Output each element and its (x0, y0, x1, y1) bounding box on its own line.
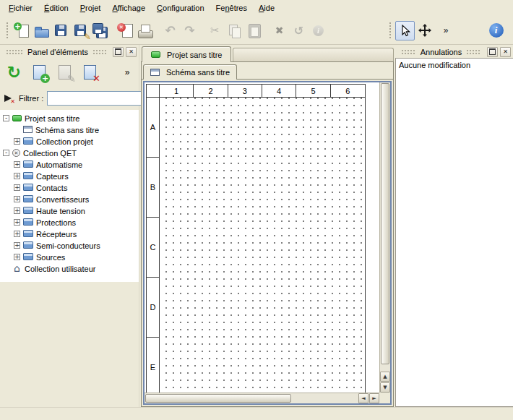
expand-icon[interactable]: + (14, 231, 20, 237)
tree-item-label: Protections (36, 218, 76, 227)
tree-item-label: Automatisme (36, 160, 82, 169)
new-element-button[interactable] (28, 61, 51, 84)
collapse-icon[interactable]: - (3, 115, 9, 121)
tree-item[interactable]: Collection utilisateur (0, 262, 139, 274)
panel-overflow-button[interactable]: » (121, 63, 133, 82)
menu-fichier[interactable]: Fichier (3, 0, 38, 17)
project-icon (151, 51, 160, 58)
scroll-left-button[interactable] (358, 393, 368, 403)
expand-icon[interactable]: + (14, 254, 20, 260)
menu-projet[interactable]: Projet (74, 0, 107, 17)
expand-icon[interactable]: + (14, 207, 20, 214)
tab-project[interactable]: Projet sans titre (142, 46, 231, 62)
tab-schema[interactable]: Schéma sans titre (143, 64, 237, 80)
tree-item[interactable]: +Contacts (0, 181, 139, 193)
vertical-scroll-thumb[interactable] (381, 83, 389, 364)
tree-item-label: Semi-conducteurs (36, 241, 100, 250)
column-header: 3 (228, 85, 262, 98)
open-document-button[interactable] (32, 21, 51, 40)
schema-canvas[interactable] (160, 98, 365, 398)
tree-item[interactable]: +Convertisseurs (0, 193, 139, 205)
drawer-icon (23, 137, 33, 145)
tools-toolbar-grip[interactable] (389, 22, 392, 39)
horizontal-scrollbar[interactable] (145, 393, 379, 403)
drawer-icon (23, 230, 33, 237)
schema-icon (23, 126, 33, 133)
toolbar-overflow-button[interactable]: » (440, 21, 452, 40)
scroll-down-button[interactable] (380, 382, 390, 393)
expand-icon[interactable]: + (14, 196, 20, 202)
expand-icon[interactable]: + (14, 161, 20, 168)
delete-element-button[interactable] (79, 61, 101, 84)
menu-fenetres[interactable]: Fenêtres (210, 0, 253, 17)
float-panel-button[interactable] (113, 47, 124, 57)
menu-aide[interactable]: Aide (253, 0, 280, 17)
dock-grip (466, 49, 481, 55)
undo-list-item[interactable]: Aucune modification (396, 59, 513, 72)
tree-item[interactable]: +Capteurs (0, 170, 139, 181)
tree-item[interactable]: +Haute tension (0, 205, 139, 216)
close-panel-button[interactable] (126, 47, 137, 57)
float-undo-panel-button[interactable] (487, 47, 498, 57)
tree-item[interactable]: +Protections (0, 216, 139, 228)
tree-item[interactable]: +Semi-conducteurs (0, 239, 139, 251)
drawer-icon (23, 184, 33, 191)
clear-filter-icon[interactable] (4, 93, 15, 103)
tree-item-label: Projet sans titre (25, 113, 79, 123)
select-pointer-button[interactable] (395, 21, 415, 40)
expand-icon[interactable]: + (14, 138, 20, 145)
menu-configuration[interactable]: Configuration (151, 0, 210, 17)
schema-view[interactable]: 123456ABCDE (145, 82, 390, 403)
tree-item[interactable]: -Collection QET (0, 147, 139, 158)
tree-item[interactable]: +Automatisme (0, 158, 139, 170)
row-header: B (147, 158, 160, 218)
dock-area: Panel d'éléments » Filtrer : -Projet san… (0, 45, 513, 407)
drawer-icon (23, 241, 33, 249)
save-button[interactable] (51, 21, 71, 40)
save-as-button[interactable] (71, 21, 90, 40)
scroll-right-button[interactable] (369, 393, 379, 403)
toolbar-grip[interactable] (6, 22, 9, 39)
reload-collections-button[interactable] (3, 61, 25, 84)
project-icon (12, 115, 22, 121)
column-header: 1 (160, 85, 194, 98)
about-button[interactable] (486, 21, 506, 40)
info-button (309, 21, 328, 40)
menu-edition[interactable]: Édition (38, 0, 74, 17)
move-icon (418, 24, 431, 37)
tree-item[interactable]: -Projet sans titre (0, 112, 139, 124)
filter-row: Filtrer : (0, 87, 139, 110)
tree-item-label: Convertisseurs (36, 194, 89, 204)
toolbar-button-groups (12, 21, 328, 40)
tree-item[interactable]: Schéma sans titre (0, 124, 139, 135)
tree-item[interactable]: +Sources (0, 251, 139, 262)
qet-icon (12, 149, 20, 157)
print-button[interactable] (135, 21, 155, 40)
expand-icon[interactable]: + (14, 173, 20, 179)
filter-label: Filtrer : (19, 94, 43, 103)
expand-icon[interactable]: + (14, 219, 20, 226)
vertical-scrollbar[interactable] (379, 82, 390, 393)
close-document-button[interactable] (116, 21, 135, 40)
project-tab-bar: Projet sans titre (141, 45, 394, 61)
expand-icon[interactable]: + (14, 242, 20, 249)
elements-panel-toolbar: » (0, 58, 139, 87)
elements-panel: Panel d'éléments » Filtrer : -Projet san… (0, 45, 139, 407)
scroll-up-button[interactable] (380, 372, 390, 382)
close-undo-panel-button[interactable] (500, 47, 511, 57)
horizontal-scroll-thumb[interactable] (145, 394, 291, 403)
dock-grip (401, 49, 416, 55)
tree-item-label: Haute tension (36, 206, 85, 215)
scrollbar-corner (379, 393, 390, 403)
toolbar-separator (199, 21, 205, 40)
tree-item[interactable]: +Récepteurs (0, 228, 139, 239)
move-tool-button[interactable] (415, 21, 434, 40)
menu-affichage[interactable]: Affichage (106, 0, 151, 17)
collapse-icon[interactable]: - (3, 150, 9, 156)
tree-item[interactable]: +Collection projet (0, 135, 139, 147)
expand-icon[interactable]: + (14, 184, 20, 191)
dock-grip (6, 49, 23, 55)
delete-button (270, 21, 289, 40)
new-document-button[interactable] (12, 21, 32, 40)
save-all-button[interactable] (90, 21, 110, 40)
